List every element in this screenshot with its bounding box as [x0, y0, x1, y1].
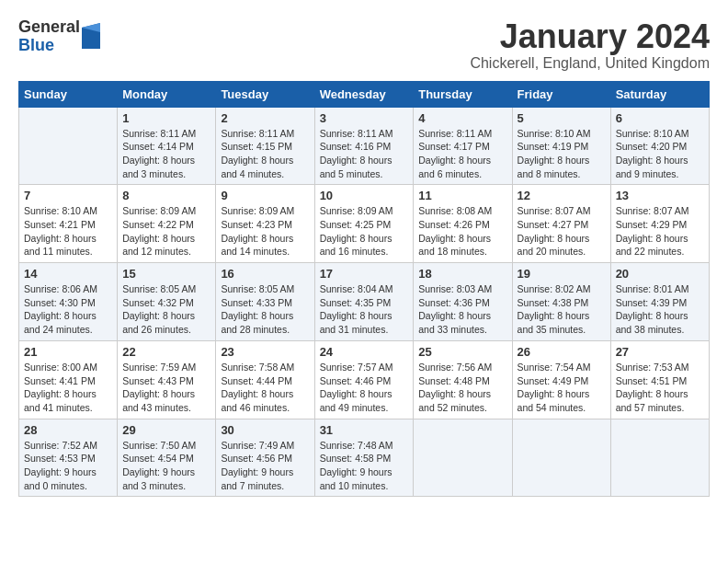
header-row: SundayMondayTuesdayWednesdayThursdayFrid…	[19, 81, 710, 107]
calendar-subtitle: Chickerell, England, United Kingdom	[470, 55, 710, 72]
calendar-cell: 24Sunrise: 7:57 AM Sunset: 4:46 PM Dayli…	[314, 340, 414, 419]
calendar-cell: 21Sunrise: 8:00 AM Sunset: 4:41 PM Dayli…	[19, 340, 118, 419]
calendar-cell: 17Sunrise: 8:04 AM Sunset: 4:35 PM Dayli…	[314, 263, 414, 341]
calendar-cell: 31Sunrise: 7:48 AM Sunset: 4:58 PM Dayli…	[314, 419, 414, 497]
header-day: Friday	[512, 81, 610, 107]
logo-general: General	[18, 18, 80, 37]
calendar-cell: 16Sunrise: 8:05 AM Sunset: 4:33 PM Dayli…	[216, 263, 314, 341]
day-info: Sunrise: 8:07 AM Sunset: 4:29 PM Dayligh…	[616, 204, 704, 259]
day-number: 18	[418, 267, 506, 281]
calendar-cell: 15Sunrise: 8:05 AM Sunset: 4:32 PM Dayli…	[118, 263, 216, 341]
day-info: Sunrise: 8:10 AM Sunset: 4:21 PM Dayligh…	[24, 204, 112, 259]
day-number: 5	[518, 111, 606, 125]
day-number: 7	[24, 189, 112, 202]
day-number: 2	[221, 111, 309, 125]
calendar-week-row: 14Sunrise: 8:06 AM Sunset: 4:30 PM Dayli…	[19, 263, 710, 341]
calendar-cell: 9Sunrise: 8:09 AM Sunset: 4:23 PM Daylig…	[216, 185, 314, 263]
day-info: Sunrise: 7:57 AM Sunset: 4:46 PM Dayligh…	[320, 361, 409, 415]
header-day: Tuesday	[216, 81, 314, 107]
day-info: Sunrise: 8:09 AM Sunset: 4:22 PM Dayligh…	[122, 204, 210, 259]
calendar-cell: 30Sunrise: 7:49 AM Sunset: 4:56 PM Dayli…	[216, 419, 314, 497]
day-number: 3	[320, 111, 409, 125]
calendar-cell: 6Sunrise: 8:10 AM Sunset: 4:20 PM Daylig…	[610, 107, 709, 185]
day-info: Sunrise: 8:03 AM Sunset: 4:36 PM Dayligh…	[418, 282, 506, 337]
day-number: 12	[518, 189, 606, 202]
header-day: Monday	[118, 81, 216, 107]
calendar-cell: 29Sunrise: 7:50 AM Sunset: 4:54 PM Dayli…	[118, 419, 216, 497]
day-info: Sunrise: 7:54 AM Sunset: 4:49 PM Dayligh…	[518, 361, 606, 415]
day-number: 13	[616, 189, 704, 202]
calendar-title: January 2024	[470, 18, 710, 55]
day-number: 25	[418, 345, 506, 359]
day-info: Sunrise: 8:06 AM Sunset: 4:30 PM Dayligh…	[24, 282, 112, 337]
day-number: 14	[24, 267, 112, 281]
day-info: Sunrise: 7:53 AM Sunset: 4:51 PM Dayligh…	[616, 361, 704, 415]
day-info: Sunrise: 8:11 AM Sunset: 4:16 PM Dayligh…	[320, 127, 409, 181]
day-number: 20	[616, 267, 704, 281]
day-info: Sunrise: 8:11 AM Sunset: 4:15 PM Dayligh…	[221, 127, 309, 181]
calendar-cell: 7Sunrise: 8:10 AM Sunset: 4:21 PM Daylig…	[19, 185, 118, 263]
calendar-cell: 12Sunrise: 8:07 AM Sunset: 4:27 PM Dayli…	[512, 185, 610, 263]
calendar-cell: 8Sunrise: 8:09 AM Sunset: 4:22 PM Daylig…	[118, 185, 216, 263]
day-number: 30	[221, 423, 309, 437]
day-info: Sunrise: 8:08 AM Sunset: 4:26 PM Dayligh…	[418, 204, 506, 259]
day-number: 19	[518, 267, 606, 281]
calendar-cell: 20Sunrise: 8:01 AM Sunset: 4:39 PM Dayli…	[610, 263, 709, 341]
calendar-cell: 18Sunrise: 8:03 AM Sunset: 4:36 PM Dayli…	[414, 263, 512, 341]
calendar-cell: 5Sunrise: 8:10 AM Sunset: 4:19 PM Daylig…	[512, 107, 610, 185]
calendar-cell: 22Sunrise: 7:59 AM Sunset: 4:43 PM Dayli…	[118, 340, 216, 419]
day-number: 11	[418, 189, 506, 202]
calendar-cell: 10Sunrise: 8:09 AM Sunset: 4:25 PM Dayli…	[314, 185, 414, 263]
calendar-cell: 2Sunrise: 8:11 AM Sunset: 4:15 PM Daylig…	[216, 107, 314, 185]
calendar-cell: 28Sunrise: 7:52 AM Sunset: 4:53 PM Dayli…	[19, 419, 118, 497]
calendar-week-row: 7Sunrise: 8:10 AM Sunset: 4:21 PM Daylig…	[19, 185, 710, 263]
day-info: Sunrise: 7:48 AM Sunset: 4:58 PM Dayligh…	[320, 439, 409, 493]
day-number: 24	[320, 345, 409, 359]
day-info: Sunrise: 8:02 AM Sunset: 4:38 PM Dayligh…	[518, 282, 606, 337]
logo: General Blue	[18, 18, 100, 55]
header-day: Sunday	[19, 81, 118, 107]
calendar-week-row: 28Sunrise: 7:52 AM Sunset: 4:53 PM Dayli…	[19, 419, 710, 497]
day-info: Sunrise: 8:10 AM Sunset: 4:20 PM Dayligh…	[616, 127, 704, 181]
day-info: Sunrise: 8:00 AM Sunset: 4:41 PM Dayligh…	[24, 361, 112, 415]
day-info: Sunrise: 7:52 AM Sunset: 4:53 PM Dayligh…	[24, 439, 112, 493]
calendar-cell: 23Sunrise: 7:58 AM Sunset: 4:44 PM Dayli…	[216, 340, 314, 419]
calendar-cell	[610, 419, 709, 497]
calendar-cell	[512, 419, 610, 497]
day-info: Sunrise: 7:49 AM Sunset: 4:56 PM Dayligh…	[221, 439, 309, 493]
day-info: Sunrise: 7:58 AM Sunset: 4:44 PM Dayligh…	[221, 361, 309, 415]
day-info: Sunrise: 8:11 AM Sunset: 4:17 PM Dayligh…	[418, 127, 506, 181]
calendar-week-row: 21Sunrise: 8:00 AM Sunset: 4:41 PM Dayli…	[19, 340, 710, 419]
day-number: 22	[122, 345, 210, 359]
day-info: Sunrise: 8:09 AM Sunset: 4:25 PM Dayligh…	[320, 204, 409, 259]
day-number: 23	[221, 345, 309, 359]
day-number: 31	[320, 423, 409, 437]
day-info: Sunrise: 8:04 AM Sunset: 4:35 PM Dayligh…	[320, 282, 409, 337]
day-number: 29	[122, 423, 210, 437]
day-number: 26	[518, 345, 606, 359]
calendar-cell: 4Sunrise: 8:11 AM Sunset: 4:17 PM Daylig…	[414, 107, 512, 185]
logo-icon	[82, 23, 100, 51]
day-info: Sunrise: 7:50 AM Sunset: 4:54 PM Dayligh…	[122, 439, 210, 493]
calendar-cell: 3Sunrise: 8:11 AM Sunset: 4:16 PM Daylig…	[314, 107, 414, 185]
day-info: Sunrise: 8:07 AM Sunset: 4:27 PM Dayligh…	[518, 204, 606, 259]
header-day: Wednesday	[314, 81, 414, 107]
page-header: General Blue January 2024 Chickerell, En…	[18, 18, 710, 72]
day-number: 6	[616, 111, 704, 125]
logo-blue: Blue	[18, 37, 80, 55]
calendar-cell: 25Sunrise: 7:56 AM Sunset: 4:48 PM Dayli…	[414, 340, 512, 419]
day-info: Sunrise: 8:05 AM Sunset: 4:32 PM Dayligh…	[122, 282, 210, 337]
day-number: 1	[122, 111, 210, 125]
calendar-cell	[414, 419, 512, 497]
calendar-week-row: 1Sunrise: 8:11 AM Sunset: 4:14 PM Daylig…	[19, 107, 710, 185]
day-info: Sunrise: 7:56 AM Sunset: 4:48 PM Dayligh…	[418, 361, 506, 415]
day-number: 8	[122, 189, 210, 202]
calendar-cell: 13Sunrise: 8:07 AM Sunset: 4:29 PM Dayli…	[610, 185, 709, 263]
day-info: Sunrise: 8:09 AM Sunset: 4:23 PM Dayligh…	[221, 204, 309, 259]
day-info: Sunrise: 8:11 AM Sunset: 4:14 PM Dayligh…	[122, 127, 210, 181]
day-number: 17	[320, 267, 409, 281]
calendar-table: SundayMondayTuesdayWednesdayThursdayFrid…	[18, 81, 710, 498]
header-day: Saturday	[610, 81, 709, 107]
header-day: Thursday	[414, 81, 512, 107]
title-block: January 2024 Chickerell, England, United…	[470, 18, 710, 72]
